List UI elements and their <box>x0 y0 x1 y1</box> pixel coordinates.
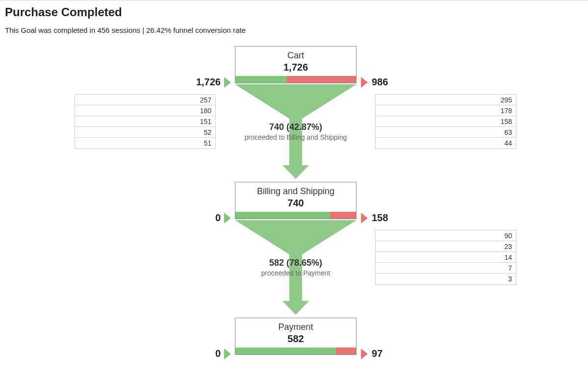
stage-in-count: 0 <box>181 212 221 224</box>
row-value: 178 <box>483 105 512 116</box>
stage-name: Billing and Shipping <box>235 186 356 197</box>
table-row[interactable]: 295 <box>376 95 516 105</box>
play-icon-in <box>224 213 231 224</box>
funnel-stage-cart[interactable]: Cart 1,726 <box>235 46 357 83</box>
stage-out-count: 986 <box>372 76 411 88</box>
proceed-label: 582 (78.65%) proceeded to Payment <box>227 258 364 277</box>
play-icon-out <box>361 77 368 88</box>
row-value: 63 <box>483 127 512 137</box>
bar-dropoff <box>336 348 356 354</box>
row-value: 3 <box>483 274 512 284</box>
arrow-head-icon <box>282 301 309 315</box>
row-value: 44 <box>483 138 512 149</box>
arrow-tail-icon <box>289 274 302 301</box>
stage-name: Payment <box>235 322 356 332</box>
arrow-tail-icon <box>289 138 302 165</box>
stage-value: 582 <box>235 333 356 345</box>
play-icon-out <box>361 349 368 359</box>
funnel-canvas: Cart 1,726 1,726 986 257 180 151 52 51 2… <box>0 46 588 375</box>
arrow-head-icon <box>282 165 309 179</box>
table-row[interactable]: 158 <box>376 116 516 127</box>
play-icon-out <box>361 213 368 224</box>
dropoff-breakdown-table[interactable]: 295 178 158 63 44 <box>375 94 516 149</box>
incoming-breakdown-table[interactable]: 257 180 151 52 51 <box>75 94 216 149</box>
stage-in-count: 1,726 <box>181 76 221 88</box>
row-value: 14 <box>483 252 512 262</box>
stage-value: 740 <box>235 198 356 209</box>
proceed-count: 740 (42.87%) <box>227 122 364 132</box>
play-icon-in <box>224 77 231 88</box>
play-icon-in <box>224 349 231 359</box>
stage-bar <box>235 76 356 83</box>
table-row[interactable]: 178 <box>376 105 516 116</box>
table-row[interactable]: 7 <box>376 263 516 274</box>
row-value: 180 <box>182 105 211 116</box>
row-value: 7 <box>483 263 512 273</box>
row-value: 51 <box>182 138 211 149</box>
bar-proceed <box>235 348 336 354</box>
table-row[interactable]: 257 <box>75 95 215 105</box>
stage-name: Cart <box>235 50 356 61</box>
stage-value: 1,726 <box>235 62 356 73</box>
proceed-label: 740 (42.87%) proceeded to Billing and Sh… <box>227 122 364 141</box>
bar-proceed <box>235 212 330 219</box>
proceed-desc: proceeded to Payment <box>227 269 364 277</box>
row-value: 90 <box>483 230 512 241</box>
stage-in-count: 0 <box>181 348 221 359</box>
table-row[interactable]: 51 <box>75 138 215 149</box>
table-row[interactable]: 23 <box>376 241 516 252</box>
page-title: Purchase Completed <box>5 5 583 19</box>
row-value: 52 <box>182 127 211 137</box>
row-value: 23 <box>483 241 512 251</box>
row-value: 257 <box>182 95 211 105</box>
stage-out-count: 158 <box>372 212 411 224</box>
bar-proceed <box>235 76 287 83</box>
row-value: 295 <box>483 95 512 105</box>
proceed-count: 582 (78.65%) <box>227 258 364 268</box>
table-row[interactable]: 63 <box>376 127 516 138</box>
stage-out-count: 97 <box>372 348 411 359</box>
row-value: 158 <box>483 116 512 126</box>
page-subtitle: This Goal was completed in 456 sessions … <box>5 26 583 34</box>
table-row[interactable]: 44 <box>376 138 516 149</box>
funnel-stage-billing[interactable]: Billing and Shipping 740 <box>235 182 357 219</box>
bar-dropoff <box>287 76 356 83</box>
dropoff-breakdown-table[interactable]: 90 23 14 7 3 <box>375 230 516 285</box>
table-row[interactable]: 3 <box>376 274 516 284</box>
table-row[interactable]: 180 <box>75 105 215 116</box>
table-row[interactable]: 14 <box>376 252 516 263</box>
row-value: 151 <box>182 116 211 126</box>
bar-dropoff <box>330 212 356 219</box>
funnel-stage-payment[interactable]: Payment 582 <box>235 318 357 355</box>
table-row[interactable]: 151 <box>75 116 215 127</box>
stage-bar <box>235 212 356 219</box>
stage-bar <box>235 348 356 354</box>
table-row[interactable]: 90 <box>376 230 516 241</box>
proceed-desc: proceeded to Billing and Shipping <box>227 133 364 141</box>
table-row[interactable]: 52 <box>75 127 215 138</box>
